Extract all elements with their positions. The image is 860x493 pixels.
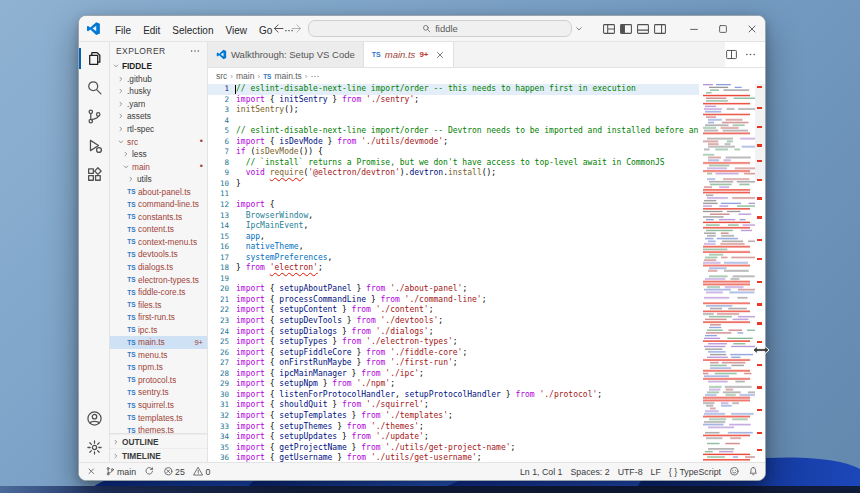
- file-menu.ts[interactable]: TSmenu.ts: [110, 349, 207, 362]
- code-line-32[interactable]: 32import { setupTemplates } from './temp…: [208, 411, 699, 422]
- tab-main.ts[interactable]: TSmain.ts9+: [364, 42, 454, 67]
- code-line-33[interactable]: 33import { setupThemes } from './themes'…: [208, 422, 699, 433]
- file-devtools.ts[interactable]: TSdevtools.ts: [110, 248, 207, 261]
- editor-more-actions-icon[interactable]: [744, 48, 757, 61]
- breadcrumb-item[interactable]: main: [236, 71, 254, 81]
- section-outline[interactable]: OUTLINE: [110, 434, 207, 448]
- file-content.ts[interactable]: TScontent.ts: [110, 223, 207, 236]
- code-line-15[interactable]: 15 app,: [208, 232, 699, 243]
- activitybar-explorer[interactable]: [79, 44, 109, 73]
- activitybar-source-control[interactable]: [79, 102, 109, 131]
- status-sync-changes[interactable]: [144, 466, 155, 477]
- chevron-down-icon[interactable]: [574, 24, 584, 34]
- minimize-button[interactable]: [681, 17, 707, 40]
- folder-FIDDLE[interactable]: FIDDLE: [110, 60, 207, 73]
- nav-back-icon[interactable]: [272, 22, 285, 35]
- code-line-36[interactable]: 36import { getUsername } from './utils/g…: [208, 453, 699, 462]
- file-squirrel.ts[interactable]: TSsquirrel.ts: [110, 399, 207, 412]
- toggle-primary-sidebar-icon[interactable]: [619, 22, 633, 36]
- code-line-20[interactable]: 20import { setupAboutPanel } from './abo…: [208, 284, 699, 295]
- activitybar-run-debug[interactable]: [79, 131, 109, 160]
- code-line-10[interactable]: 10}: [208, 179, 699, 190]
- section-timeline[interactable]: TIMELINE: [110, 448, 207, 462]
- folder-utils[interactable]: utils: [110, 173, 207, 186]
- code-line-28[interactable]: 28import { ipcMainManager } from './ipc'…: [208, 369, 699, 380]
- code-line-34[interactable]: 34import { setupUpdates } from './update…: [208, 432, 699, 443]
- code-line-17[interactable]: 17 systemPreferences,: [208, 253, 699, 264]
- status-encoding[interactable]: UTF-8: [618, 467, 643, 477]
- file-main.ts[interactable]: TSmain.ts9+: [110, 336, 207, 349]
- folder-src[interactable]: src•: [110, 135, 207, 148]
- status-problems-warnings[interactable]: 0: [193, 466, 210, 477]
- command-center-search[interactable]: fiddle: [308, 20, 572, 37]
- code-line-26[interactable]: 26import { setupFiddleCore } from './fid…: [208, 348, 699, 359]
- status-git-branch[interactable]: main: [105, 466, 137, 477]
- folder-assets[interactable]: assets: [110, 110, 207, 123]
- folder-less[interactable]: less: [110, 148, 207, 161]
- file-files.ts[interactable]: TSfiles.ts: [110, 298, 207, 311]
- activitybar-extensions[interactable]: [79, 160, 109, 189]
- file-electron-types.ts[interactable]: TSelectron-types.ts: [110, 273, 207, 286]
- folder-main[interactable]: main•: [110, 160, 207, 173]
- status-feedback[interactable]: [729, 466, 740, 477]
- activitybar-accounts[interactable]: [79, 404, 109, 433]
- file-protocol.ts[interactable]: TSprotocol.ts: [110, 374, 207, 387]
- customize-layout-icon[interactable]: [602, 22, 616, 36]
- code-line-6[interactable]: 6import { isDevMode } from './utils/devm…: [208, 137, 699, 148]
- file-ipc.ts[interactable]: TSipc.ts: [110, 323, 207, 336]
- activitybar-search[interactable]: [79, 73, 109, 102]
- activitybar-settings[interactable]: [79, 433, 109, 462]
- file-dialogs.ts[interactable]: TSdialogs.ts: [110, 261, 207, 274]
- status-notifications[interactable]: [748, 466, 759, 477]
- breadcrumb[interactable]: src›main›TSmain.ts›⋯: [208, 68, 765, 84]
- toggle-panel-icon[interactable]: [636, 22, 650, 36]
- code-editor[interactable]: 1// eslint-disable-next-line import/orde…: [208, 84, 765, 462]
- menu-edit[interactable]: Edit: [137, 23, 166, 38]
- close-button[interactable]: [739, 17, 765, 40]
- breadcrumb-item[interactable]: src: [216, 71, 227, 81]
- code-line-3[interactable]: 3initSentry();: [208, 105, 699, 116]
- code-line-24[interactable]: 24import { setupDialogs } from './dialog…: [208, 327, 699, 338]
- status-language-mode[interactable]: { } TypeScript: [669, 467, 721, 477]
- code-line-16[interactable]: 16 nativeTheme,: [208, 242, 699, 253]
- code-line-23[interactable]: 23import { setupDevTools } from './devto…: [208, 316, 699, 327]
- menu-file[interactable]: File: [109, 23, 137, 38]
- code-line-7[interactable]: 7if (isDevMode()) {: [208, 147, 699, 158]
- file-constants.ts[interactable]: TSconstants.ts: [110, 211, 207, 224]
- code-line-5[interactable]: 5// eslint-disable-next-line import/orde…: [208, 126, 699, 137]
- file-templates.ts[interactable]: TStemplates.ts: [110, 411, 207, 424]
- minimap[interactable]: [701, 84, 755, 462]
- status-cursor-position[interactable]: Ln 1, Col 1: [520, 467, 563, 477]
- tab-walkthrough-setup-vs-code[interactable]: Walkthrough: Setup VS Code: [208, 42, 364, 67]
- toggle-secondary-sidebar-icon[interactable]: [653, 22, 667, 36]
- split-editor-icon[interactable]: [725, 48, 738, 61]
- code-line-13[interactable]: 13 BrowserWindow,: [208, 211, 699, 222]
- breadcrumb-item[interactable]: ⋯: [311, 71, 320, 81]
- file-command-line.ts[interactable]: TScommand-line.ts: [110, 198, 207, 211]
- file-context-menu.ts[interactable]: TScontext-menu.ts: [110, 236, 207, 249]
- code-line-25[interactable]: 25import { setupTypes } from './electron…: [208, 337, 699, 348]
- code-line-30[interactable]: 30import { listenForProtocolHandler, set…: [208, 390, 699, 401]
- code-line-35[interactable]: 35import { getProjectName } from './util…: [208, 443, 699, 454]
- overview-ruler[interactable]: [755, 84, 765, 462]
- code-line-18[interactable]: 18} from 'electron';: [208, 263, 699, 274]
- status-problems-errors[interactable]: 25: [163, 466, 185, 477]
- code-line-29[interactable]: 29import { setupNpm } from './npm';: [208, 379, 699, 390]
- breadcrumb-item[interactable]: main.ts: [274, 71, 301, 81]
- code-line-22[interactable]: 22import { setupContent } from './conten…: [208, 305, 699, 316]
- status-eol[interactable]: LF: [651, 467, 661, 477]
- file-first-run.ts[interactable]: TSfirst-run.ts: [110, 311, 207, 324]
- file-sentry.ts[interactable]: TSsentry.ts: [110, 386, 207, 399]
- status-remote-indicator[interactable]: [86, 466, 97, 477]
- folder-.github[interactable]: .github: [110, 73, 207, 86]
- code-line-31[interactable]: 31import { shouldQuit } from './squirrel…: [208, 400, 699, 411]
- code-line-1[interactable]: 1// eslint-disable-next-line import/orde…: [208, 84, 699, 95]
- code-line-12[interactable]: 12import {: [208, 200, 699, 211]
- code-line-14[interactable]: 14 IpcMainEvent,: [208, 221, 699, 232]
- tab-close-icon[interactable]: [435, 50, 445, 60]
- file-themes.ts[interactable]: TSthemes.ts: [110, 424, 207, 433]
- code-line-21[interactable]: 21import { processCommandLine } from './…: [208, 295, 699, 306]
- file-about-panel.ts[interactable]: TSabout-panel.ts: [110, 185, 207, 198]
- maximize-button[interactable]: [710, 17, 736, 40]
- code-line-27[interactable]: 27import { onFirstRunMaybe } from './fir…: [208, 358, 699, 369]
